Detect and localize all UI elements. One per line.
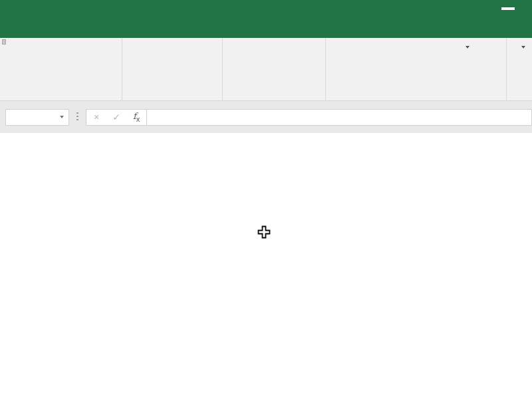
title-bar <box>0 0 532 17</box>
page-break-preview-button[interactable] <box>5 40 8 44</box>
insert-function-icon[interactable]: fx <box>126 111 146 123</box>
group-zoom <box>223 38 326 100</box>
formula-bar-drag-handle[interactable] <box>76 112 78 122</box>
chevron-down-icon <box>466 46 469 49</box>
custom-views-button[interactable] <box>11 67 14 80</box>
group-show <box>122 38 223 100</box>
formula-input[interactable] <box>147 109 532 126</box>
spreadsheet <box>0 133 532 399</box>
ribbon <box>0 38 532 100</box>
macros-button[interactable] <box>511 40 532 90</box>
chevron-down-icon <box>60 116 64 118</box>
group-workbook-views <box>0 38 122 100</box>
group-macros <box>507 38 532 100</box>
group-window <box>326 38 507 100</box>
switch-windows-button[interactable] <box>448 40 487 49</box>
ribbon-tab-row <box>0 17 532 38</box>
name-box[interactable] <box>5 109 69 126</box>
zoom-100-button[interactable] <box>262 40 291 44</box>
chevron-down-icon <box>521 46 525 49</box>
page-layout-button[interactable] <box>11 46 14 59</box>
cancel-icon[interactable]: × <box>86 112 106 122</box>
formula-bar: × ✓ fx <box>0 100 532 133</box>
enter-icon[interactable]: ✓ <box>106 112 126 122</box>
zoom-button[interactable] <box>225 40 262 44</box>
zoom-to-selection-button[interactable] <box>291 40 325 44</box>
login-button[interactable] <box>501 7 515 10</box>
